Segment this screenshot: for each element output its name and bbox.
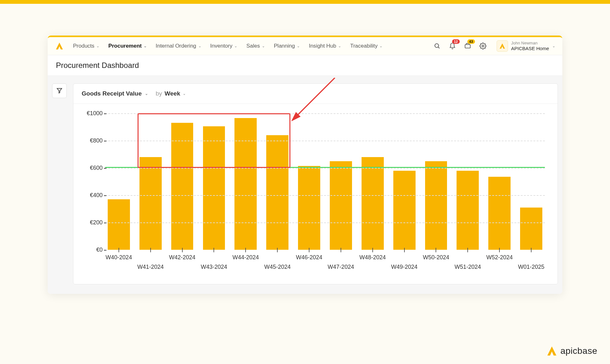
app-window: Products ⌄ Procurement ⌄ Internal Orderi… — [48, 36, 562, 294]
user-org-logo — [497, 40, 508, 52]
chart-zone: €0€200€400€600€800€1000 W40-2024W41-2024… — [73, 104, 558, 284]
top-nav: Products ⌄ Procurement ⌄ Internal Orderi… — [48, 37, 562, 55]
groupby-dropdown[interactable]: by Week ⌄ — [156, 90, 186, 97]
y-tick-label: €400 — [80, 192, 103, 199]
bar[interactable] — [393, 171, 416, 250]
chevron-down-icon: ⌄ — [338, 44, 341, 48]
brand-logo[interactable] — [55, 41, 64, 51]
bars-row — [105, 113, 545, 250]
x-tick-label: W42-2024 — [169, 254, 195, 261]
bar[interactable] — [488, 177, 511, 250]
reference-line — [105, 167, 545, 168]
grid-line — [105, 195, 545, 196]
chevron-down-icon: ⌄ — [145, 91, 148, 96]
chevron-down-icon: ⌄ — [144, 44, 147, 48]
chart-card: Goods Receipt Value ⌄ by Week ⌄ €0€200€4… — [73, 83, 558, 284]
groupby-value: Week — [165, 90, 180, 97]
user-text: John Newman APICBASE Home — [511, 41, 549, 51]
nav-procurement[interactable]: Procurement ⌄ — [108, 43, 147, 49]
nav-label: Planning — [274, 43, 295, 49]
bar[interactable] — [362, 157, 384, 250]
orders-icon[interactable]: 43 — [464, 42, 472, 50]
nav-label: Procurement — [108, 43, 142, 49]
x-tick-label: W52-2024 — [486, 254, 513, 261]
bar[interactable] — [139, 157, 162, 250]
x-tick-label: W50-2024 — [423, 254, 449, 261]
bar[interactable] — [330, 161, 352, 250]
chevron-down-icon: ⌄ — [234, 44, 237, 48]
bar[interactable] — [266, 135, 288, 250]
metric-dropdown[interactable]: Goods Receipt Value ⌄ — [82, 90, 148, 97]
nav-right: 12 43 John Newman APICBASE Home — [433, 40, 555, 52]
orders-badge: 43 — [467, 39, 475, 44]
x-tick-label: W43-2024 — [201, 264, 227, 270]
x-tick-label: W40-2024 — [105, 254, 132, 261]
chevron-down-icon: ⌄ — [262, 44, 265, 48]
x-tick-label: W01-2025 — [518, 264, 545, 270]
nav-traceability[interactable]: Traceability ⌄ — [350, 43, 383, 49]
x-tick-label: W46-2024 — [296, 254, 322, 261]
y-tick-label: €800 — [80, 137, 103, 144]
brand-watermark: apicbase — [546, 346, 597, 356]
brand-name: apicbase — [560, 346, 597, 356]
nav-label: Sales — [246, 43, 260, 49]
x-tick-label: W49-2024 — [391, 264, 417, 270]
x-axis: W40-2024W41-2024W42-2024W43-2024W44-2024… — [105, 250, 545, 275]
chevron-down-icon: ⌄ — [297, 44, 300, 48]
nav-label: Insight Hub — [309, 43, 336, 49]
user-org: APICBASE Home — [511, 46, 549, 51]
x-tick-label: W48-2024 — [359, 254, 386, 261]
groupby-prefix: by — [156, 90, 162, 97]
nav-label: Inventory — [210, 43, 233, 49]
nav-label: Traceability — [350, 43, 377, 49]
nav-inventory[interactable]: Inventory ⌄ — [210, 43, 238, 49]
chart-header: Goods Receipt Value ⌄ by Week ⌄ — [73, 84, 558, 104]
metric-label: Goods Receipt Value — [82, 90, 142, 97]
nav-internal-ordering[interactable]: Internal Ordering ⌄ — [156, 43, 201, 49]
filter-button[interactable] — [52, 83, 67, 98]
nav-planning[interactable]: Planning ⌄ — [274, 43, 300, 49]
bar[interactable] — [108, 199, 130, 250]
page-title: Procurement Dashboard — [56, 61, 554, 70]
accent-bar — [0, 0, 610, 4]
x-tick-label: W41-2024 — [137, 264, 164, 270]
notifications-icon[interactable]: 12 — [448, 42, 457, 50]
search-icon[interactable] — [433, 42, 441, 50]
y-tick-label: €600 — [80, 165, 103, 171]
chevron-down-icon: ⌄ — [198, 44, 201, 48]
y-tick-label: €0 — [80, 247, 103, 253]
bar[interactable] — [171, 123, 193, 250]
nav-label: Products — [73, 43, 94, 49]
bar[interactable] — [457, 171, 479, 250]
bar[interactable] — [203, 126, 225, 250]
nav-sales[interactable]: Sales ⌄ — [246, 43, 265, 49]
nav-items: Products ⌄ Procurement ⌄ Internal Orderi… — [73, 43, 430, 49]
x-tick-label: W51-2024 — [455, 264, 481, 270]
notifications-badge: 12 — [452, 39, 460, 44]
dashboard-body: Goods Receipt Value ⌄ by Week ⌄ €0€200€4… — [48, 76, 562, 294]
y-tick-label: €200 — [80, 219, 103, 226]
x-tick-label: W45-2024 — [264, 264, 291, 270]
chevron-down-icon: ⌄ — [379, 44, 383, 48]
chevron-down-icon: ⌄ — [96, 44, 99, 48]
x-tick-label: W44-2024 — [233, 254, 259, 261]
svg-line-1 — [438, 47, 439, 48]
grid-line — [105, 141, 545, 141]
settings-icon[interactable] — [479, 42, 487, 50]
nav-label: Internal Ordering — [156, 43, 196, 49]
nav-insight-hub[interactable]: Insight Hub ⌄ — [309, 43, 341, 49]
bar[interactable] — [520, 208, 542, 250]
x-tick-label: W47-2024 — [328, 264, 354, 270]
chevron-down-icon: ⌄ — [552, 44, 555, 48]
svg-point-3 — [482, 45, 484, 47]
bar[interactable] — [298, 166, 320, 250]
user-menu[interactable]: John Newman APICBASE Home ⌄ — [497, 40, 555, 52]
svg-rect-2 — [465, 44, 471, 48]
chevron-down-icon: ⌄ — [183, 91, 186, 96]
grid-line — [105, 222, 545, 223]
bar[interactable] — [234, 118, 257, 250]
svg-point-0 — [435, 44, 438, 48]
nav-products[interactable]: Products ⌄ — [73, 43, 99, 49]
bar[interactable] — [425, 161, 447, 250]
user-name: John Newman — [511, 41, 549, 46]
